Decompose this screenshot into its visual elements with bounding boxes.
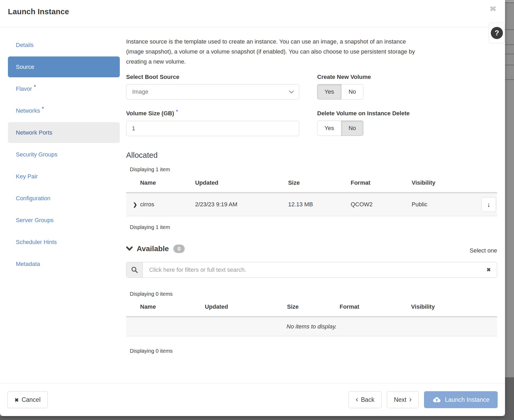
sidebar-item-flavor[interactable]: Flavor* bbox=[8, 78, 120, 99]
cell-updated: 2/23/23 9:19 AM bbox=[193, 193, 286, 216]
col-format: Format bbox=[349, 179, 410, 193]
delete-volume-label: Delete Volume on Instance Delete bbox=[317, 110, 497, 117]
available-header: Available 0 Select one bbox=[126, 245, 497, 253]
create-volume-yes-button[interactable]: Yes bbox=[317, 84, 341, 99]
required-asterisk: * bbox=[42, 106, 44, 112]
source-step-content: Instance source is the template used to … bbox=[126, 27, 497, 383]
backdrop-line bbox=[505, 44, 514, 45]
allocated-table-header: Name Updated Size Format Visibility bbox=[126, 179, 497, 193]
x-icon: ✖ bbox=[15, 397, 19, 403]
launch-instance-button[interactable]: Launch Instance bbox=[424, 391, 498, 408]
boot-source-select[interactable]: Image bbox=[126, 84, 299, 99]
sidebar-item-configuration[interactable]: Configuration bbox=[8, 188, 120, 209]
modal-body: Details Source Flavor* Networks* Network… bbox=[0, 27, 505, 383]
allocated-section-title: Allocated bbox=[126, 151, 497, 160]
sidebar-item-source[interactable]: Source bbox=[8, 56, 120, 77]
modal-title: Launch Instance bbox=[0, 0, 505, 16]
volume-size-label: Volume Size (GB)* bbox=[126, 110, 299, 117]
col-size: Size bbox=[284, 303, 337, 317]
sidebar-item-metadata[interactable]: Metadata bbox=[8, 254, 120, 274]
page-backdrop-right bbox=[505, 0, 514, 420]
sidebar-item-security-groups[interactable]: Security Groups bbox=[8, 144, 120, 165]
backdrop-line bbox=[505, 65, 514, 65]
backdrop-segment-dark bbox=[505, 377, 514, 420]
help-button[interactable]: ? bbox=[489, 23, 505, 43]
sidebar-item-details[interactable]: Details bbox=[8, 35, 120, 55]
next-button[interactable]: Next› bbox=[387, 391, 419, 408]
col-updated: Updated bbox=[193, 179, 286, 193]
col-name: Name bbox=[126, 303, 202, 317]
expander-icon[interactable]: ❯ bbox=[133, 202, 137, 207]
cell-visibility: Public bbox=[410, 193, 472, 216]
count-badge: 0 bbox=[173, 245, 185, 253]
col-visibility: Visibility bbox=[410, 179, 472, 193]
empty-row: No items to display. bbox=[126, 317, 497, 336]
select-hint-text: Select one bbox=[470, 247, 497, 254]
backdrop-segment bbox=[505, 0, 514, 2]
create-volume-no-button[interactable]: No bbox=[341, 84, 363, 99]
required-asterisk: * bbox=[34, 84, 36, 90]
available-table: Name Updated Size Format Visibility No i… bbox=[126, 303, 497, 337]
deallocate-button[interactable]: ↓ bbox=[481, 197, 496, 212]
boot-source-label: Select Boot Source bbox=[126, 74, 299, 80]
clear-icon[interactable]: ✖ bbox=[487, 267, 491, 273]
create-volume-toggle: Yes No bbox=[317, 84, 363, 99]
chevron-down-icon bbox=[289, 88, 294, 93]
page-backdrop-bottom bbox=[0, 416, 514, 420]
chevron-right-icon: › bbox=[409, 395, 412, 404]
available-count-bottom: Displaying 0 items bbox=[130, 348, 497, 354]
wizard-sidebar: Details Source Flavor* Networks* Network… bbox=[0, 27, 126, 383]
col-updated: Updated bbox=[202, 303, 284, 317]
sidebar-item-key-pair[interactable]: Key Pair bbox=[8, 166, 120, 187]
allocated-count-bottom: Displaying 1 item bbox=[130, 224, 497, 230]
allocated-table: Name Updated Size Format Visibility ❯ ci… bbox=[126, 179, 497, 216]
backdrop-line bbox=[505, 79, 514, 80]
cloud-upload-icon bbox=[432, 397, 441, 403]
available-section-title: Available bbox=[137, 245, 169, 253]
delete-volume-no-button[interactable]: No bbox=[341, 121, 363, 136]
sidebar-item-server-groups[interactable]: Server Groups bbox=[8, 210, 120, 231]
search-placeholder: Click here for filters or full text sear… bbox=[149, 266, 246, 273]
search-icon bbox=[131, 266, 138, 273]
volume-size-value: 1 bbox=[132, 125, 135, 132]
modal-header: Launch Instance ✖ bbox=[0, 0, 505, 27]
cell-size: 12.13 MB bbox=[286, 193, 349, 216]
col-visibility: Visibility bbox=[408, 303, 497, 317]
launch-instance-modal: Launch Instance ✖ ? Details Source Flavo… bbox=[0, 0, 505, 416]
volume-size-input[interactable]: 1 bbox=[126, 121, 299, 136]
col-name: Name bbox=[138, 179, 193, 193]
back-button[interactable]: ‹Back bbox=[349, 391, 382, 408]
cell-name: cirros bbox=[138, 193, 193, 216]
table-row: ❯ cirros 2/23/23 9:19 AM 12.13 MB QCOW2 … bbox=[126, 193, 497, 216]
sidebar-item-network-ports[interactable]: Network Ports bbox=[8, 122, 120, 143]
empty-message: No items to display. bbox=[126, 317, 497, 336]
sidebar-item-networks[interactable]: Networks* bbox=[8, 100, 120, 121]
col-size: Size bbox=[286, 179, 349, 193]
delete-volume-toggle: Yes No bbox=[317, 121, 363, 136]
chevron-left-icon: ‹ bbox=[356, 395, 358, 404]
backdrop-line bbox=[505, 54, 514, 54]
backdrop-line bbox=[505, 2, 514, 3]
available-table-header: Name Updated Size Format Visibility bbox=[126, 303, 497, 317]
cell-format: QCOW2 bbox=[349, 193, 410, 216]
create-volume-label: Create New Volume bbox=[317, 74, 497, 80]
close-icon[interactable]: ✖ bbox=[489, 5, 497, 13]
collapse-chevron-icon[interactable] bbox=[126, 246, 133, 251]
sidebar-item-scheduler-hints[interactable]: Scheduler Hints bbox=[8, 232, 120, 252]
backdrop-line bbox=[505, 29, 514, 30]
arrow-down-icon: ↓ bbox=[487, 201, 491, 208]
step-description: Instance source is the template used to … bbox=[126, 37, 497, 67]
col-format: Format bbox=[337, 303, 408, 317]
required-asterisk: * bbox=[176, 109, 178, 114]
available-count-top: Displaying 0 items bbox=[130, 291, 497, 297]
delete-volume-yes-button[interactable]: Yes bbox=[317, 121, 341, 136]
source-form: Select Boot Source Image Volume Size (GB… bbox=[126, 67, 497, 136]
cancel-button[interactable]: ✖Cancel bbox=[7, 391, 48, 408]
allocated-count-top: Displaying 1 item bbox=[130, 166, 497, 173]
filter-search-input[interactable]: Click here for filters or full text sear… bbox=[126, 262, 497, 278]
boot-source-value: Image bbox=[132, 88, 148, 95]
help-icon: ? bbox=[491, 27, 503, 39]
modal-footer: ✖Cancel ‹Back Next› Launch Instance bbox=[0, 383, 505, 416]
